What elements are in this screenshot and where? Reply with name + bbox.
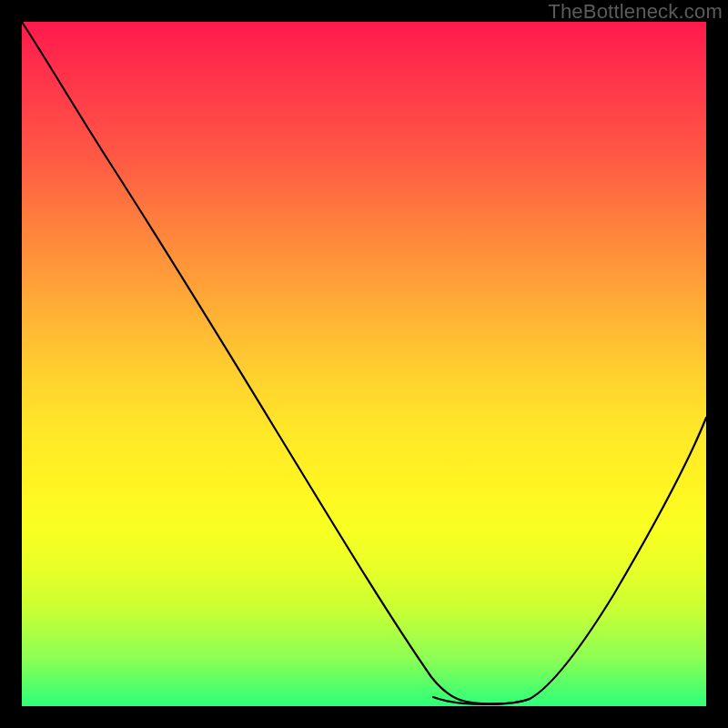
curve-svg (22, 22, 706, 706)
chart-frame: TheBottleneck.com (0, 0, 728, 728)
plot-area (22, 22, 706, 706)
bottleneck-curve (22, 22, 706, 703)
watermark-text: TheBottleneck.com (548, 0, 723, 24)
